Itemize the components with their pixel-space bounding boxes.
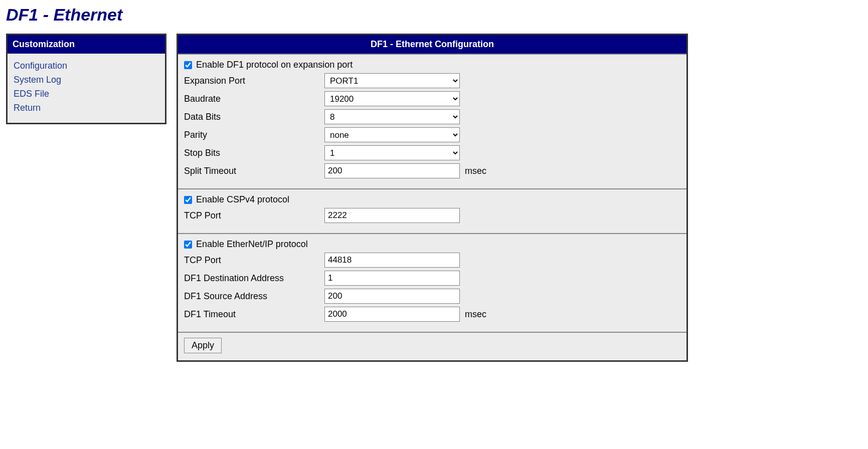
section-enip: Enable EtherNet/IP protocol TCP Port DF1…: [178, 233, 686, 332]
enable-enip-label: Enable EtherNet/IP protocol: [196, 239, 308, 250]
split-timeout-label: Split Timeout: [184, 166, 324, 176]
section-df1: Enable DF1 protocol on expansion port Ex…: [178, 54, 686, 188]
expansion-port-label: Expansion Port: [184, 76, 324, 86]
enable-df1-checkbox[interactable]: [184, 61, 192, 69]
enable-cspv4-checkbox[interactable]: [184, 196, 192, 204]
enable-cspv4-label: Enable CSPv4 protocol: [196, 194, 289, 205]
enip-tcp-port-input[interactable]: [324, 253, 460, 268]
df1-src-label: DF1 Source Address: [184, 291, 324, 302]
sidebar: Customization Configuration System Log E…: [6, 34, 166, 124]
sidebar-item-return[interactable]: Return: [14, 101, 159, 115]
main-header: DF1 - Ethernet Configuration: [178, 35, 686, 54]
baudrate-select[interactable]: 19200: [324, 91, 460, 106]
df1-dest-label: DF1 Destination Address: [184, 273, 324, 284]
enable-df1-label: Enable DF1 protocol on expansion port: [196, 60, 353, 70]
split-timeout-unit: msec: [465, 166, 486, 176]
df1-timeout-input[interactable]: [324, 307, 460, 322]
data-bits-label: Data Bits: [184, 112, 324, 122]
df1-timeout-label: DF1 Timeout: [184, 309, 324, 320]
df1-timeout-unit: msec: [465, 309, 486, 320]
sidebar-item-eds-file[interactable]: EDS File: [14, 87, 159, 101]
split-timeout-input[interactable]: [324, 163, 460, 178]
enip-tcp-port-label: TCP Port: [184, 255, 324, 266]
stop-bits-select[interactable]: 1: [324, 145, 460, 160]
apply-button[interactable]: Apply: [184, 338, 222, 353]
stop-bits-label: Stop Bits: [184, 148, 324, 158]
main-panel: DF1 - Ethernet Configuration Enable DF1 …: [177, 34, 688, 362]
expansion-port-select[interactable]: PORT1: [324, 73, 460, 88]
page-title: DF1 - Ethernet: [6, 5, 862, 25]
parity-label: Parity: [184, 130, 324, 140]
apply-section: Apply: [178, 332, 686, 360]
df1-src-input[interactable]: [324, 289, 460, 304]
cspv4-tcp-port-input[interactable]: [324, 208, 460, 223]
data-bits-select[interactable]: 8: [324, 109, 460, 124]
section-cspv4: Enable CSPv4 protocol TCP Port: [178, 188, 686, 233]
df1-dest-input[interactable]: [324, 271, 460, 286]
sidebar-item-configuration[interactable]: Configuration: [14, 59, 159, 73]
sidebar-item-system-log[interactable]: System Log: [14, 73, 159, 87]
baudrate-label: Baudrate: [184, 94, 324, 104]
cspv4-tcp-port-label: TCP Port: [184, 210, 324, 221]
sidebar-header: Customization: [8, 35, 165, 54]
parity-select[interactable]: none: [324, 127, 460, 142]
enable-enip-checkbox[interactable]: [184, 241, 192, 249]
